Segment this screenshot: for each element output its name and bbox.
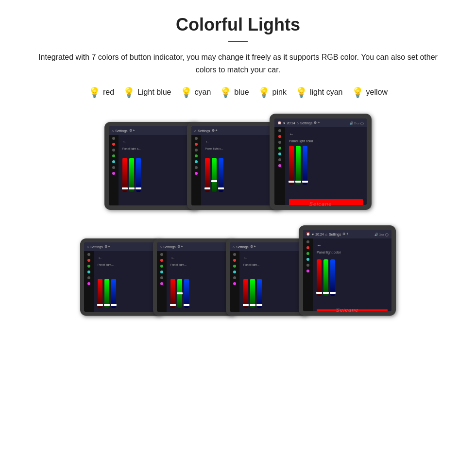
color-item-yellow: 💡 yellow bbox=[352, 86, 388, 98]
screen-topbar-b2: ⌂ Settings ⚙ + bbox=[157, 242, 232, 251]
panel-label-3: Panel light color bbox=[289, 139, 363, 143]
device-top-1-wrapper: ⌂ Settings ⚙ + bbox=[104, 122, 199, 210]
screen-topbar-2: ⌂ Settings ⚙ + bbox=[191, 126, 277, 135]
vol-b4: 🔊 bbox=[374, 233, 378, 236]
sidebar-dot-6 bbox=[112, 166, 115, 169]
device-top-3-wrapper: ⏰ ♥ 20:24 ⌂ Settings ⚙ + 🔊 □ ▭ ◯ bbox=[270, 114, 372, 210]
sidebar-dot-3-7 bbox=[278, 164, 281, 167]
device-bot-1: ⌂ Settings ⚙ + bbox=[80, 238, 163, 316]
screen-content-2: ← Panel light c... bbox=[191, 135, 277, 205]
color-label-pink: pink bbox=[272, 88, 287, 97]
sd-b3-6 bbox=[233, 282, 236, 285]
icons-b3: ⚙ + bbox=[250, 245, 256, 249]
sliders-3 bbox=[289, 146, 363, 185]
sidebar-dot-2-4 bbox=[195, 154, 198, 157]
s-blue-b4 bbox=[330, 259, 335, 296]
wifi-icon-3: ♥ bbox=[283, 121, 285, 125]
color-label-blue: blue bbox=[234, 88, 249, 97]
color-item-cyan: 💡 cyan bbox=[180, 86, 211, 98]
sd-b3-1 bbox=[233, 253, 236, 256]
sd-b1-4 bbox=[87, 271, 90, 273]
bulb-icon-red: 💡 bbox=[88, 86, 101, 98]
slider-blue-3 bbox=[303, 146, 307, 185]
sidebar-dot-5 bbox=[112, 160, 115, 163]
sd-b1-2 bbox=[87, 259, 90, 262]
clock-icon-3: ⏰ bbox=[277, 121, 282, 125]
back-b2: ← bbox=[170, 255, 228, 260]
home-b1: ⌂ bbox=[87, 245, 89, 249]
page-title: Colorful Lights bbox=[19, 15, 457, 35]
back-b1: ← bbox=[98, 255, 155, 260]
topbar-left-b4: ⏰ ♥ 20:24 ⌂ Settings ⚙ + bbox=[306, 232, 348, 236]
screen-content-b3: ← Panel light... bbox=[230, 251, 305, 312]
sd-b2-2 bbox=[160, 259, 163, 262]
screen-topbar-b1: ⌂ Settings ⚙ + bbox=[84, 242, 159, 251]
screen-main-2: ← Panel light c... bbox=[201, 135, 277, 205]
topbar-left-1: ⌂ Settings ⚙ + bbox=[112, 129, 135, 133]
panel-label-1: Panel light c... bbox=[122, 147, 191, 150]
color-label-light-blue: Light blue bbox=[137, 88, 171, 97]
cell-red-1 bbox=[289, 199, 363, 205]
h-red-b3 bbox=[243, 304, 249, 306]
device-bot-2-screen: ⌂ Settings ⚙ + bbox=[157, 242, 232, 312]
device-bot-4-wrapper: ⏰ ♥ 20:24 ⌂ Settings ⚙ + 🔊 □ ▭ ◯ bbox=[299, 225, 396, 316]
device-top-2-screen: ⌂ Settings ⚙ + bbox=[191, 126, 277, 205]
settings-icons-3: ⚙ + bbox=[314, 121, 320, 125]
sidebar-dot-4 bbox=[112, 154, 115, 157]
panel-b1: Panel light... bbox=[98, 263, 155, 266]
color-grid-b4 bbox=[317, 309, 388, 311]
s-green-b2 bbox=[177, 279, 182, 308]
h-blue-b2 bbox=[184, 304, 189, 306]
color-label-light-cyan: light cyan bbox=[310, 88, 343, 97]
topbar-right-3: 🔊 □ ▭ ◯ bbox=[350, 121, 364, 125]
sd-b3-4 bbox=[233, 271, 236, 273]
h-green-b4 bbox=[323, 292, 329, 294]
sys-icons-3: □ ▭ ◯ bbox=[354, 121, 364, 125]
handle-red-1 bbox=[122, 187, 128, 189]
h-green-b1 bbox=[104, 304, 110, 306]
screen-content-b4: ← Panel light color bbox=[303, 238, 391, 311]
home-icon-1: ⌂ bbox=[112, 129, 114, 133]
handle-blue-3 bbox=[302, 181, 308, 183]
h-blue-b1 bbox=[111, 304, 117, 306]
screen-content-b2: ← Panel light... bbox=[157, 251, 232, 312]
sidebar-dot-3 bbox=[112, 149, 115, 152]
screen-topbar-b4: ⏰ ♥ 20:24 ⌂ Settings ⚙ + 🔊 □ ▭ ◯ bbox=[303, 230, 391, 238]
back-arrow-1: ← bbox=[122, 139, 191, 144]
sliders-1 bbox=[122, 153, 191, 192]
sidebar-dot-2 bbox=[112, 143, 115, 146]
h-blue-b3 bbox=[256, 304, 262, 306]
settings-label-1: Settings bbox=[115, 129, 127, 133]
home-icon-2: ⌂ bbox=[194, 129, 196, 133]
sd-b1-3 bbox=[87, 265, 90, 268]
color-item-blue: 💡 blue bbox=[220, 86, 249, 98]
sidebar-dot-3-3 bbox=[278, 141, 281, 144]
sd-b4-6 bbox=[306, 270, 309, 272]
sidebar-dot-3-4 bbox=[278, 147, 281, 150]
settings-icons-2: ⚙ + bbox=[212, 129, 218, 133]
handle-red-3 bbox=[289, 181, 294, 183]
back-arrow-3: ← bbox=[289, 131, 363, 136]
sidebar-dot-3-6 bbox=[278, 158, 281, 161]
h-red-b1 bbox=[97, 304, 103, 306]
screen-main-3: ← Panel light color bbox=[285, 127, 367, 205]
slider-red-2 bbox=[205, 158, 210, 192]
sliders-b3 bbox=[243, 269, 301, 308]
sd-b2-5 bbox=[160, 276, 163, 279]
topbar-right-b4: 🔊 □ ▭ ◯ bbox=[374, 233, 389, 236]
s-green-b4 bbox=[323, 259, 328, 296]
b4-cell-red-1 bbox=[317, 309, 388, 311]
screen-sidebar-2 bbox=[191, 135, 201, 205]
sidebar-dot-7 bbox=[112, 172, 115, 175]
clock-b4: ⏰ bbox=[306, 232, 310, 236]
back-b4: ← bbox=[317, 242, 388, 248]
slider-green-1 bbox=[129, 158, 134, 192]
icons-b1: ⚙ + bbox=[104, 245, 110, 249]
device-bot-3-wrapper: ⌂ Settings ⚙ + bbox=[226, 238, 308, 316]
settings-b4: Settings bbox=[329, 233, 341, 236]
device-top-1: ⌂ Settings ⚙ + bbox=[104, 122, 199, 210]
panel-b3: Panel light... bbox=[243, 263, 301, 266]
slider-green-2 bbox=[212, 158, 217, 192]
bulb-icon-pink: 💡 bbox=[258, 86, 270, 98]
bulb-icon-cyan: 💡 bbox=[180, 86, 192, 98]
